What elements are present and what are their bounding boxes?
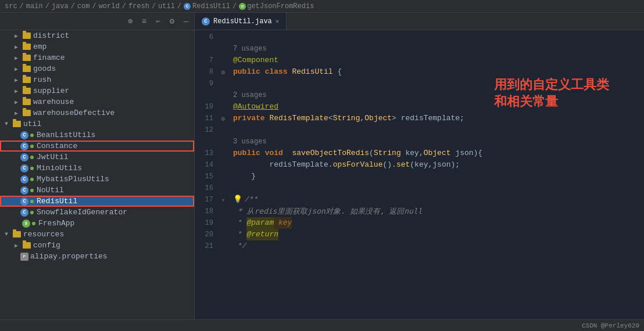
collapse-arrow-goods: ▶ xyxy=(12,65,20,73)
gutter-11: ⊙ xyxy=(218,113,228,124)
gutter-7 xyxy=(218,55,228,66)
breadcrumb-world[interactable]: world xyxy=(99,2,120,10)
tree-item-MybatisPlusUtils[interactable]: C MybatisPlusUtils xyxy=(0,174,194,185)
lightbulb-icon-17: 💡 xyxy=(233,194,242,206)
settings-icon[interactable]: ⚙ xyxy=(167,17,177,26)
file-icon-Constance: C xyxy=(20,142,28,150)
folder-icon-warehouse xyxy=(22,98,31,106)
code-display[interactable]: 7 usages @Component public class RedisUt… xyxy=(228,30,644,319)
code-line-16 xyxy=(233,182,639,194)
breadcrumb-java[interactable]: java xyxy=(52,2,69,10)
sidebar-toolbar: ⊕ ≡ ⇐ ⚙ — xyxy=(0,13,194,30)
tree-label-MybatisPlusUtils: MybatisPlusUtils xyxy=(37,175,109,184)
tree-item-NoUtil[interactable]: C NoUtil xyxy=(0,185,194,196)
gutter-10 xyxy=(218,101,228,113)
tree-label-NoUtil: NoUtil xyxy=(37,186,64,195)
folder-icon-config xyxy=(22,242,31,250)
breadcrumb-com[interactable]: com xyxy=(77,2,90,10)
tree-item-supplier[interactable]: ▶ supplier xyxy=(0,85,194,96)
file-icon-SnowflakeIdGenerator: C xyxy=(20,208,28,217)
tree-item-finamce[interactable]: ▶ finamce xyxy=(0,52,194,63)
collapse-arrow-district: ▶ xyxy=(12,32,20,40)
leaf-MybatisPlusUtils xyxy=(30,178,34,181)
tree-label-warehouse: warehouse xyxy=(33,98,74,106)
tree-item-Constance[interactable]: C Constance xyxy=(0,141,194,152)
tree-item-util[interactable]: ▼ util xyxy=(0,118,194,129)
tree-item-warehouseDefective[interactable]: ▶ warehouseDefective xyxy=(0,107,194,118)
tab-close-button[interactable]: ✕ xyxy=(276,17,280,25)
tree-item-JwtUtil[interactable]: C JwtUtil xyxy=(0,152,194,163)
tree-item-FreshApp[interactable]: S FreshApp xyxy=(0,218,194,229)
cn-annotation-line2: 和相关常量 xyxy=(494,93,609,110)
gutter-20 xyxy=(218,229,228,240)
gutter-18 xyxy=(218,206,228,217)
tree-item-emp[interactable]: ▶ emp xyxy=(0,41,194,52)
tree-item-SnowflakeIdGenerator[interactable]: C SnowflakeIdGenerator xyxy=(0,207,194,218)
tree-item-BeanListUtils[interactable]: C BeanListUtils xyxy=(0,129,194,141)
override-icon-11: ⊙ xyxy=(221,115,226,123)
code-line-21: */ xyxy=(233,240,639,252)
breadcrumb-util[interactable]: util xyxy=(158,2,175,10)
tab-file-icon: C xyxy=(202,17,210,26)
collapse-arrow-resources: ▼ xyxy=(2,231,10,239)
collapse-arrow-config: ▶ xyxy=(12,242,20,250)
sidebar: ⊕ ≡ ⇐ ⚙ — ▶ district ▶ emp xyxy=(0,13,195,319)
tree-label-SnowflakeIdGenerator: SnowflakeIdGenerator xyxy=(37,208,127,217)
gutter-8: ⊙ xyxy=(218,66,228,78)
tree-label-finamce: finamce xyxy=(33,53,65,62)
tab-RedisUtil[interactable]: C RedisUtil.java ✕ xyxy=(195,13,287,30)
collapse-arrow-warehouse: ▶ xyxy=(12,98,20,106)
leaf-NoUtil xyxy=(30,189,34,192)
tree-label-config: config xyxy=(33,241,60,250)
override-icon-8: ⊙ xyxy=(221,69,226,76)
code-line-12 xyxy=(233,124,639,136)
breadcrumb-src[interactable]: src xyxy=(5,2,17,10)
param-tag: @param xyxy=(246,217,274,229)
add-icon[interactable]: ⊕ xyxy=(126,17,135,26)
tree-label-alipay-properties: alipay.properties xyxy=(30,252,108,261)
tree-item-resources[interactable]: ▼ resources xyxy=(0,229,194,240)
tree-item-RedisUtil[interactable]: C RedisUtil xyxy=(0,196,194,207)
code-line-8: public class RedisUtil { xyxy=(233,66,639,78)
tree-item-MinioUtils[interactable]: C MinioUtils xyxy=(0,163,194,174)
tree-item-warehouse[interactable]: ▶ warehouse xyxy=(0,96,194,107)
file-icon-JwtUtil: C xyxy=(20,153,28,161)
folder-icon-rush xyxy=(22,76,31,84)
tab-label: RedisUtil.java xyxy=(213,17,272,26)
editor-content[interactable]: 6 7 8 9 10 11 12 13 14 15 16 17 18 19 20… xyxy=(195,30,644,319)
tree-item-district[interactable]: ▶ district xyxy=(0,30,194,41)
breadcrumb-fresh[interactable]: fresh xyxy=(128,2,149,10)
folder-icon-finamce xyxy=(22,54,31,62)
file-icon-BeanListUtils: C xyxy=(20,131,28,139)
return-tag: @return xyxy=(246,229,278,240)
editor-area: C RedisUtil.java ✕ 6 7 8 9 10 11 12 13 1… xyxy=(195,13,644,319)
gutter-6 xyxy=(218,31,228,43)
tree-label-FreshApp: FreshApp xyxy=(38,219,74,228)
leaf-RedisUtil xyxy=(30,200,34,203)
list-icon[interactable]: ≡ xyxy=(139,17,149,26)
gutter-16 xyxy=(218,182,228,194)
tree-item-alipay-properties[interactable]: P alipay.properties xyxy=(0,251,194,262)
breadcrumb-main[interactable]: main xyxy=(26,2,43,10)
tree-item-goods[interactable]: ▶ goods xyxy=(0,63,194,74)
file-icon-MybatisPlusUtils: C xyxy=(20,175,28,184)
gutter-9 xyxy=(218,78,228,89)
file-icon-FreshApp: S xyxy=(22,220,30,228)
collapse-icon[interactable]: ⇐ xyxy=(153,17,163,26)
tree-label-district: district xyxy=(33,31,69,40)
bottom-bar: CSDN @Perley620 xyxy=(0,319,644,331)
code-line-20: * @return xyxy=(233,229,639,240)
breadcrumb-redisutil[interactable]: C RedisUtil xyxy=(184,2,230,10)
breadcrumb-method-icon: m xyxy=(239,3,246,10)
fold-icon-17: ▾ xyxy=(221,196,226,204)
tree-item-config[interactable]: ▶ config xyxy=(0,240,194,251)
breadcrumb-method[interactable]: m getJsonFromRedis xyxy=(239,2,314,10)
minimize-icon[interactable]: — xyxy=(181,17,191,26)
tree-item-rush[interactable]: ▶ rush xyxy=(0,74,194,85)
code-line-6 xyxy=(233,31,639,43)
code-line-7: @Component xyxy=(233,55,639,66)
tree-label-warehouseDefective: warehouseDefective xyxy=(33,109,115,117)
folder-icon-util xyxy=(12,120,22,128)
tree-label-goods: goods xyxy=(33,64,56,73)
leaf-JwtUtil xyxy=(30,156,34,159)
